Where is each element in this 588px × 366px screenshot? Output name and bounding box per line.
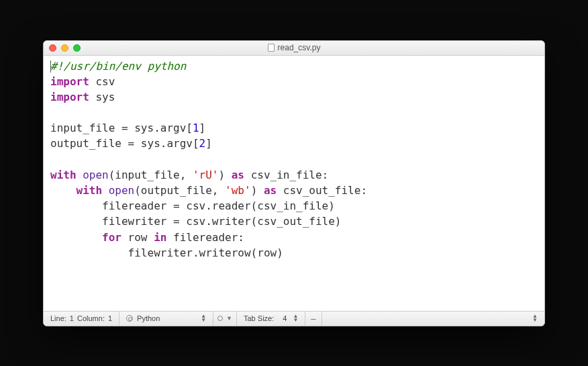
titlebar[interactable]: read_csv.py xyxy=(44,41,544,56)
tab-size-selector[interactable]: Tab Size: 4 ▲▼ xyxy=(237,312,305,326)
target-button[interactable]: ▼ xyxy=(213,312,237,326)
code-keyword: as xyxy=(264,184,277,197)
stepper-icon: ▲▼ xyxy=(293,314,298,322)
code-text: ) xyxy=(251,184,264,197)
code-keyword: with xyxy=(50,169,77,181)
code-string: 'wb' xyxy=(225,184,251,197)
code-number: 1 xyxy=(193,122,199,134)
stepper-icon: ▲▼ xyxy=(532,314,538,322)
code-comment: #!/usr/bin/env python xyxy=(50,60,186,73)
stepper-icon: ▲▼ xyxy=(201,314,206,322)
file-icon xyxy=(268,44,275,52)
code-text: filereader: xyxy=(166,231,244,244)
code-text: ) xyxy=(218,169,231,181)
code-text: input_file = sys.argv[ xyxy=(50,122,193,134)
code-editor[interactable]: #!/usr/bin/env python import csv import … xyxy=(44,56,544,311)
code-text: csv_in_file: xyxy=(244,169,328,181)
code-text: csv xyxy=(89,75,115,88)
code-keyword: for xyxy=(102,231,121,244)
tab-size-label: Tab Size: xyxy=(244,314,274,322)
line-number: 1 xyxy=(70,314,74,322)
gear-icon xyxy=(126,315,133,322)
code-text: ] xyxy=(199,122,206,134)
close-button[interactable] xyxy=(49,44,56,52)
code-text: filewriter = csv.writer(csv_out_file) xyxy=(50,215,341,228)
status-spacer xyxy=(322,312,524,326)
code-text: row xyxy=(121,231,154,244)
code-text xyxy=(50,231,102,244)
code-number: 2 xyxy=(199,137,206,150)
code-string: 'rU' xyxy=(193,169,219,181)
code-function: open xyxy=(77,169,109,181)
code-text: output_file = sys.argv[ xyxy=(50,137,199,150)
line-label: Line: xyxy=(50,314,66,322)
code-keyword: import xyxy=(50,75,89,88)
code-text: filewriter.writerow(row) xyxy=(50,246,283,259)
language-selector[interactable]: Python ▲▼ xyxy=(119,312,213,326)
status-bar: Line: 1 Column: 1 Python ▲▼ ▼ Tab Size: … xyxy=(44,311,544,326)
code-keyword: import xyxy=(50,91,89,103)
code-keyword: in xyxy=(154,231,166,244)
cursor-position[interactable]: Line: 1 Column: 1 xyxy=(44,312,119,326)
column-number: 1 xyxy=(108,314,112,322)
minimize-button[interactable] xyxy=(61,44,68,52)
traffic-lights xyxy=(49,44,81,52)
code-keyword: with xyxy=(77,184,103,197)
end-stepper[interactable]: ▲▼ xyxy=(523,312,544,326)
chevron-down-icon: ▼ xyxy=(226,315,232,322)
code-text: (output_file, xyxy=(134,184,225,197)
code-keyword: as xyxy=(232,169,244,181)
tab-size-value: 4 xyxy=(283,314,287,322)
code-text xyxy=(50,184,77,197)
file-name: read_csv.py xyxy=(278,43,321,52)
code-text: csv_out_file: xyxy=(277,184,367,197)
editor-window: read_csv.py #!/usr/bin/env python import… xyxy=(43,40,545,326)
column-label: Column: xyxy=(77,314,105,322)
maximize-button[interactable] xyxy=(73,44,81,52)
collapse-button[interactable]: – xyxy=(305,312,322,326)
code-text: ] xyxy=(205,137,212,150)
window-title: read_csv.py xyxy=(44,43,544,52)
code-function: open xyxy=(102,184,134,197)
target-icon xyxy=(217,316,223,321)
code-text: (input_file, xyxy=(109,169,193,181)
language-label: Python xyxy=(137,314,160,322)
code-text: sys xyxy=(89,91,115,103)
code-text: filereader = csv.reader(csv_in_file) xyxy=(50,199,335,212)
